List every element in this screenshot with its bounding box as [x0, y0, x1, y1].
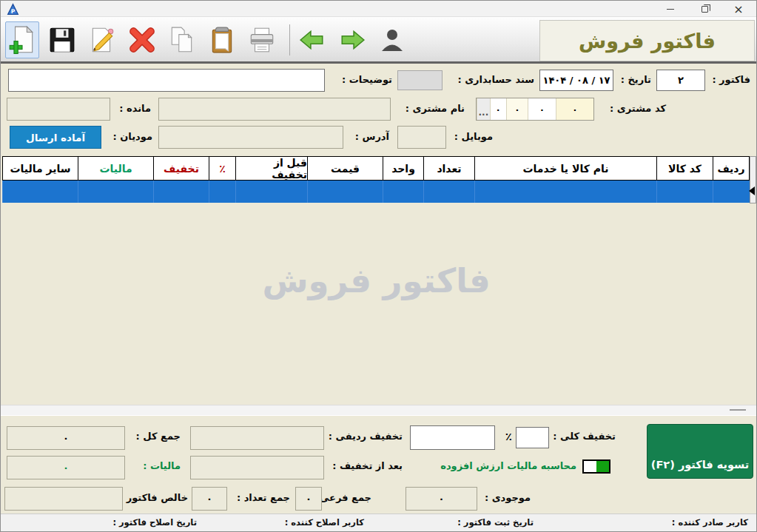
save-icon: [48, 26, 76, 54]
column-header-tax[interactable]: مالیات: [78, 156, 153, 181]
mobile-label: موبایل :: [454, 126, 493, 148]
customer-code-digit: ۰: [514, 104, 519, 115]
maximize-button[interactable]: [692, 1, 717, 17]
column-header-label: ردیف: [717, 163, 744, 175]
print-button[interactable]: [245, 21, 279, 58]
page-title-text: فاکتور فروش: [579, 30, 716, 53]
accounting-doc-field: [397, 70, 443, 90]
new-invoice-button[interactable]: [5, 21, 39, 58]
ready-to-send-label: آماده ارسال: [26, 132, 85, 144]
edit-date-label: تاریخ اصلاح فاکتور :: [112, 517, 197, 528]
row-discount-field: [190, 426, 324, 450]
column-header-percent[interactable]: ٪: [209, 156, 235, 181]
quantity-total-value: ۰: [206, 494, 212, 505]
quantity-total-label: جمع تعداد :: [237, 487, 290, 509]
column-header-quantity[interactable]: تعداد: [423, 156, 474, 181]
customer-code-cell: ۰: [556, 98, 593, 120]
row-cell: [209, 181, 235, 203]
after-discount-label: بعد از تخفیف :: [332, 455, 403, 477]
stock-field: ۰: [406, 487, 477, 511]
column-header-row-number[interactable]: ردیف: [713, 156, 750, 181]
column-header-label: تخفیف: [164, 163, 199, 175]
user-icon: [379, 27, 406, 53]
overall-discount-amount-field[interactable]: [410, 425, 495, 450]
minimize-icon: [667, 9, 674, 10]
copy-button[interactable]: [165, 21, 199, 58]
net-invoice-label: خالص فاکتور :: [119, 487, 188, 509]
balance-label: مانده :: [119, 98, 151, 120]
svg-text:P: P: [11, 8, 16, 15]
column-header-other-taxes[interactable]: سایر مالیات: [2, 156, 78, 181]
row-cell: [235, 181, 307, 203]
tax-field: ۰: [7, 456, 125, 479]
invoice-window: P ×: [0, 0, 757, 532]
edit-button[interactable]: [85, 21, 119, 58]
customer-name-label: نام مشتری :: [406, 98, 465, 120]
column-header-before-discount[interactable]: قبل از تخفیف: [235, 156, 307, 181]
ready-to-send-button[interactable]: آماده ارسال: [10, 126, 101, 149]
column-header-item-name[interactable]: نام کالا یا خدمات: [474, 156, 656, 181]
overall-discount-percent-field[interactable]: [516, 427, 549, 448]
customer-code-digit: ۰: [495, 104, 500, 115]
editor-user-label: کاربر اصلاح کننده :: [285, 517, 364, 528]
grand-total-label: جمع کل :: [136, 425, 181, 448]
user-button[interactable]: [375, 21, 409, 58]
row-cell: [713, 181, 750, 203]
splitter-bar[interactable]: [1, 405, 757, 415]
tax-value: ۰: [63, 462, 69, 474]
column-header-label: تعداد: [437, 163, 461, 175]
vat-toggle[interactable]: [582, 459, 610, 474]
previous-button[interactable]: [295, 21, 329, 58]
paste-clipboard-icon: [208, 26, 236, 54]
row-cell: [423, 181, 474, 203]
delete-button[interactable]: [125, 21, 159, 58]
date-value: ۱۴۰۴ / ۰۸ / ۱۷: [542, 75, 610, 86]
issuer-user-label: کاربر صادر کننده :: [672, 517, 748, 528]
edit-pencil-icon: [88, 26, 116, 54]
subtotal-field: ۰: [295, 487, 322, 511]
selected-empty-row[interactable]: [2, 181, 750, 203]
customer-code-field[interactable]: ۰ ۰ ۰ ۰ ...: [476, 98, 594, 121]
register-date-label: تاریخ ثبت فاکتور :: [457, 517, 534, 528]
column-header-item-code[interactable]: کد کالا: [656, 156, 713, 181]
customer-code-cell: ۰: [528, 98, 556, 120]
after-discount-field: [190, 456, 324, 479]
toolbar-separator: [289, 24, 290, 55]
mobile-field: [397, 126, 446, 149]
close-button[interactable]: ×: [726, 1, 751, 17]
invoice-number-field[interactable]: ۲: [656, 70, 705, 91]
grand-total-value: ۰: [63, 433, 69, 444]
customer-code-browse-button[interactable]: ...: [477, 98, 490, 120]
new-document-icon: [8, 25, 36, 55]
maximize-icon: [702, 6, 708, 13]
vat-toggle-knob: [596, 461, 609, 472]
delete-x-icon: [128, 26, 156, 54]
status-bar: کاربر صادر کننده : تاریخ ثبت فاکتور : کا…: [1, 514, 757, 532]
invoice-number-value: ۲: [678, 75, 684, 86]
date-label: تاریخ :: [621, 69, 651, 91]
save-button[interactable]: [45, 21, 79, 58]
close-icon: ×: [733, 2, 743, 16]
table-header-row: ردیف کد کالا نام کالا یا خدمات تعداد واح…: [2, 156, 750, 181]
settle-invoice-button[interactable]: تسویه فاکتور (F۲): [647, 424, 753, 479]
moadian-label: مودیان :: [113, 126, 152, 148]
splitter-handle-icon: [730, 409, 746, 411]
next-button[interactable]: [335, 21, 369, 58]
customer-code-cell: ۰: [506, 98, 528, 120]
tax-label: مالیات :: [143, 455, 181, 477]
row-cell: [383, 181, 423, 203]
column-header-unit[interactable]: واحد: [383, 156, 423, 181]
row-selector-strip: [750, 156, 756, 203]
notes-field[interactable]: [8, 69, 325, 92]
percent-sign: ٪: [505, 425, 512, 448]
customer-code-cell: ۰: [490, 98, 506, 120]
date-field[interactable]: ۱۴۰۴ / ۰۸ / ۱۷: [539, 70, 613, 91]
row-cell: [153, 181, 209, 203]
column-header-discount[interactable]: تخفیف: [153, 156, 209, 181]
paste-button[interactable]: [205, 21, 239, 58]
row-cell: [474, 181, 656, 203]
minimize-button[interactable]: [658, 1, 683, 17]
column-header-label: کد کالا: [668, 163, 702, 175]
column-header-price[interactable]: قیمت: [307, 156, 383, 181]
row-cell: [656, 181, 713, 203]
